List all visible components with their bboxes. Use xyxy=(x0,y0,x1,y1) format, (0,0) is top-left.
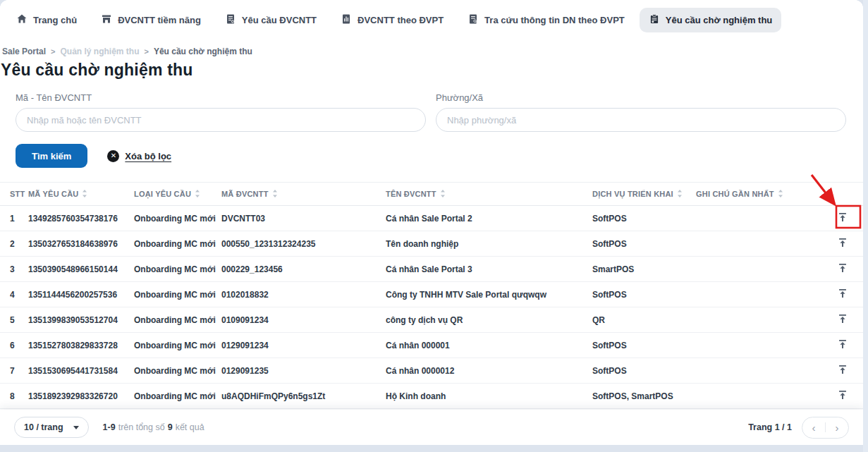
nav-item-potential-merchants[interactable]: ĐVCNTT tiềm năng xyxy=(92,8,210,32)
cell-services: SoftPOS xyxy=(592,214,696,224)
ward-filter-label: Phường/Xã xyxy=(436,92,846,103)
column-header-request-id[interactable]: MÃ YÊU CẦU xyxy=(28,189,134,200)
upload-icon xyxy=(837,364,848,377)
upload-button[interactable] xyxy=(832,310,853,331)
upload-button[interactable] xyxy=(832,233,853,255)
cell-stt: 2 xyxy=(10,239,28,249)
cell-merchant-code: 0102018832 xyxy=(221,290,386,300)
sort-icon xyxy=(440,189,446,200)
upload-icon xyxy=(837,262,848,276)
cell-services: QR xyxy=(592,315,696,325)
breadcrumb-separator: > xyxy=(144,47,148,56)
column-header-services[interactable]: DỊCH VỤ TRIỂN KHAI xyxy=(592,189,696,200)
next-page-button[interactable]: › xyxy=(826,417,848,438)
page-indicator: Trang 1 / 1 xyxy=(748,422,792,432)
cell-request-type: Onboarding MC mới xyxy=(134,214,221,224)
cell-merchant-name: Cá nhân 0000012 xyxy=(386,366,592,376)
table-row: 8 1351892392983326720 Onboarding MC mới … xyxy=(0,384,863,409)
scrollbar-gutter[interactable] xyxy=(863,0,868,452)
nav-item-lookup-dn[interactable]: Tra cứu thông tin DN theo ĐVPT xyxy=(458,8,634,32)
cell-actions xyxy=(832,386,863,407)
upload-icon xyxy=(837,237,848,250)
cell-merchant-code: 0109091234 xyxy=(221,315,386,325)
nav-item-label: Trang chủ xyxy=(33,15,77,25)
cell-stt: 6 xyxy=(10,341,28,350)
filter-field-merchant: Mã - Tên ĐVCNTT xyxy=(16,92,426,132)
filter-section: Mã - Tên ĐVCNTT Phường/Xã xyxy=(0,80,863,132)
cell-request-type: Onboarding MC mới xyxy=(134,366,221,376)
sort-icon xyxy=(778,189,783,200)
clipboard-icon xyxy=(649,13,660,27)
cell-request-id: 1351144456200257536 xyxy=(28,290,134,300)
cell-services: SoftPOS, SmartPOS xyxy=(592,391,696,401)
upload-button[interactable] xyxy=(832,208,853,229)
app-window: Trang chủ ĐVCNTT tiềm năng Yêu cầu ĐVCNT… xyxy=(0,0,863,445)
upload-button[interactable] xyxy=(832,259,853,280)
cell-services: SoftPOS xyxy=(592,239,696,249)
doc-chart-icon xyxy=(341,13,352,27)
cell-merchant-code: 0129091235 xyxy=(221,366,386,376)
table-row: 6 1351527803829833728 Onboarding MC mới … xyxy=(0,333,863,358)
cell-merchant-code: DVCNTT03 xyxy=(221,214,386,224)
column-header-merchant-name[interactable]: TÊN ĐVCNTT xyxy=(386,189,592,200)
cell-stt: 5 xyxy=(10,315,28,325)
cell-services: SoftPOS xyxy=(592,290,696,300)
cell-actions xyxy=(832,233,863,255)
cell-actions xyxy=(832,208,863,229)
sort-icon xyxy=(82,189,87,200)
search-button[interactable]: Tìm kiếm xyxy=(16,144,87,168)
cell-actions xyxy=(832,259,863,280)
cell-actions xyxy=(832,360,863,381)
prev-page-button[interactable]: ‹ xyxy=(802,417,825,438)
clear-filter-label: Xóa bộ lọc xyxy=(125,151,171,161)
merchant-filter-input[interactable] xyxy=(16,108,426,132)
nav-item-home[interactable]: Trang chủ xyxy=(7,8,86,32)
cell-request-type: Onboarding MC mới xyxy=(134,341,221,350)
cell-request-id: 1351527803829833728 xyxy=(28,341,134,350)
nav-item-merchant-requests[interactable]: Yêu cầu ĐVCNTT xyxy=(216,8,326,32)
cell-stt: 7 xyxy=(10,366,28,376)
nav-item-label: ĐVCNTT theo ĐVPT xyxy=(357,15,444,25)
table-row: 3 1350390548966150144 Onboarding MC mới … xyxy=(0,257,863,282)
nav-item-pending-acceptance[interactable]: Yêu cầu chờ nghiệm thu xyxy=(640,8,782,32)
cell-stt: 8 xyxy=(10,391,28,401)
column-header-latest-note[interactable]: GHI CHÚ GẦN NHẤT xyxy=(696,189,834,200)
cell-merchant-name: công ty dịch vụ QR xyxy=(386,315,592,325)
results-summary: 1-9 trên tổng số 9 kết quả xyxy=(103,422,204,432)
upload-button[interactable] xyxy=(832,386,853,407)
upload-icon xyxy=(837,338,848,352)
cell-request-type: Onboarding MC mới xyxy=(134,290,221,300)
column-header-stt: STT xyxy=(10,190,28,198)
upload-button[interactable] xyxy=(832,284,853,305)
table-body: 1 1349285760354738176 Onboarding MC mới … xyxy=(0,206,863,409)
page-size-select[interactable]: 10 / trang xyxy=(14,417,89,438)
cell-merchant-name: Công ty TNHH MTV Sale Portal qưqwqw xyxy=(386,290,592,300)
cell-request-type: Onboarding MC mới xyxy=(134,391,221,401)
cell-stt: 3 xyxy=(10,264,28,274)
pager-zone: Trang 1 / 1 ‹ › xyxy=(748,417,849,439)
column-header-merchant-code[interactable]: MÃ ĐVCNTT xyxy=(221,189,386,200)
results-suffix: kết quả xyxy=(176,422,204,432)
pager-buttons: ‹ › xyxy=(802,417,849,439)
clear-filter-button[interactable]: ✕ Xóa bộ lọc xyxy=(107,150,171,162)
upload-button[interactable] xyxy=(832,360,853,381)
breadcrumb-current-page: Yêu cầu chờ nghiệm thu xyxy=(154,47,252,56)
breadcrumb-sale-portal[interactable]: Sale Portal xyxy=(2,47,46,56)
doc-search-icon xyxy=(467,13,479,27)
table-row: 5 1351399839053512704 Onboarding MC mới … xyxy=(0,307,863,333)
nav-item-merchants-by-dvpt[interactable]: ĐVCNTT theo ĐVPT xyxy=(331,8,453,32)
cell-merchant-name: Cá nhân 000001 xyxy=(386,341,592,350)
breadcrumb-acceptance-management[interactable]: Quản lý nghiệm thu xyxy=(60,47,139,56)
upload-button[interactable] xyxy=(832,335,853,356)
home-icon xyxy=(16,13,27,27)
cell-merchant-name: Hộ Kinh doanh xyxy=(386,391,592,401)
top-nav: Trang chủ ĐVCNTT tiềm năng Yêu cầu ĐVCNT… xyxy=(0,0,863,39)
cell-merchant-code: 0129091234 xyxy=(221,341,386,350)
pagination-bar: 10 / trang 1-9 trên tổng số 9 kết quả Tr… xyxy=(0,410,863,445)
cell-request-id: 1351530695441731584 xyxy=(28,366,134,376)
nav-item-label: Yêu cầu ĐVCNTT xyxy=(242,15,317,25)
ward-filter-input[interactable] xyxy=(436,108,846,132)
results-of-text: trên tổng số xyxy=(118,422,165,432)
column-header-request-type[interactable]: LOẠI YÊU CẦU xyxy=(134,189,221,200)
table-row: 2 1350327653184638976 Onboarding MC mới … xyxy=(0,231,863,257)
